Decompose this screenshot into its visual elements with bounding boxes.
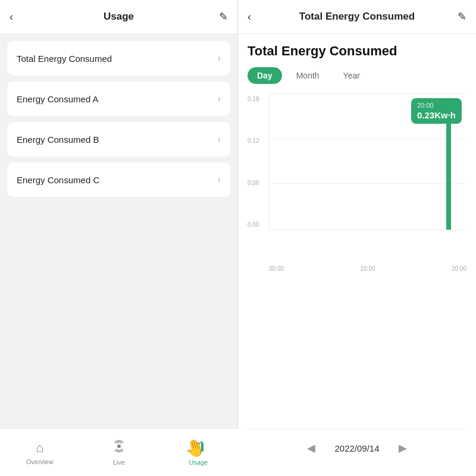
nav-item-usage[interactable]: Usage bbox=[159, 440, 238, 466]
date-next-button[interactable]: ▶ bbox=[394, 439, 412, 457]
grid-line-mid2 bbox=[270, 183, 466, 184]
grid-line-top bbox=[270, 93, 466, 94]
svg-rect-3 bbox=[201, 443, 203, 452]
svg-rect-1 bbox=[193, 448, 195, 452]
menu-item-c-label: Energy Consumed C bbox=[17, 175, 99, 185]
menu-item-a[interactable]: Energy Consumed A › bbox=[7, 82, 230, 116]
nav-label-usage: Usage bbox=[189, 459, 208, 466]
right-panel: ‹ Total Energy Consumed ✎ Total Energy C… bbox=[238, 0, 476, 476]
menu-list: Total Energy Consumed › Energy Consumed … bbox=[0, 34, 237, 204]
right-back-button[interactable]: ‹ bbox=[248, 11, 251, 23]
y-label-0.06: 0.06 bbox=[248, 180, 259, 186]
right-panel-title: Total Energy Consumed bbox=[299, 11, 415, 23]
tab-month[interactable]: Month bbox=[287, 67, 329, 84]
menu-item-total-label: Total Energy Consumed bbox=[17, 54, 112, 64]
left-header: ‹ Usage ✎ bbox=[0, 0, 237, 34]
y-label-0.18: 0.18 bbox=[248, 96, 259, 102]
nav-label-overview: Overview bbox=[26, 458, 54, 465]
menu-item-c[interactable]: Energy Consumed C › bbox=[7, 162, 230, 197]
chart-tooltip: 20:00 0.23Kw·h bbox=[411, 98, 462, 124]
right-content: Total Energy Consumed Day Month Year 0.1… bbox=[238, 34, 476, 476]
date-label: 2022/09/14 bbox=[334, 443, 379, 453]
left-edit-button[interactable]: ✎ bbox=[219, 10, 228, 23]
chart-container: 0.18 0.12 0.06 0.00 bbox=[248, 93, 466, 408]
live-icon bbox=[112, 440, 126, 456]
menu-item-a-label: Energy Consumed A bbox=[17, 94, 99, 104]
chart-plot: 20:00 0.23Kw·h bbox=[269, 93, 466, 230]
left-back-button[interactable]: ‹ bbox=[10, 11, 13, 23]
chart-bar bbox=[446, 106, 451, 230]
left-panel-title: Usage bbox=[104, 11, 134, 23]
x-label-20: 20:00 bbox=[452, 265, 466, 272]
y-label-0.00: 0.00 bbox=[248, 221, 259, 228]
menu-item-b[interactable]: Energy Consumed B › bbox=[7, 122, 230, 156]
y-axis: 0.18 0.12 0.06 0.00 bbox=[248, 93, 259, 230]
nav-item-live[interactable]: Live bbox=[79, 440, 158, 466]
left-panel: ‹ Usage ✎ Total Energy Consumed › Energy… bbox=[0, 0, 238, 476]
x-label-10: 10:00 bbox=[360, 265, 375, 272]
page-title: Total Energy Consumed bbox=[248, 43, 466, 59]
date-nav: ◀ 2022/09/14 ▶ bbox=[248, 429, 466, 466]
grid-line-mid1 bbox=[270, 139, 466, 139]
chevron-right-icon: › bbox=[218, 174, 221, 185]
nav-label-live: Live bbox=[113, 459, 125, 466]
tab-day[interactable]: Day bbox=[248, 67, 282, 84]
y-label-0.12: 0.12 bbox=[248, 137, 259, 144]
right-header: ‹ Total Energy Consumed ✎ bbox=[238, 0, 476, 34]
date-prev-button[interactable]: ◀ bbox=[302, 439, 320, 457]
chevron-right-icon: › bbox=[218, 134, 221, 145]
chart-area: 0.18 0.12 0.06 0.00 bbox=[248, 93, 466, 260]
tab-year[interactable]: Year bbox=[334, 67, 369, 84]
chevron-right-icon: › bbox=[218, 93, 221, 104]
tab-bar: Day Month Year bbox=[248, 67, 466, 84]
bottom-nav: ⌂ Overview Live bbox=[0, 428, 238, 476]
menu-item-b-label: Energy Consumed B bbox=[17, 134, 99, 145]
menu-item-total[interactable]: Total Energy Consumed › bbox=[7, 41, 230, 76]
chevron-right-icon: › bbox=[218, 53, 221, 64]
home-icon: ⌂ bbox=[36, 440, 43, 456]
right-edit-button[interactable]: ✎ bbox=[458, 10, 466, 23]
usage-icon bbox=[192, 440, 205, 456]
nav-item-overview[interactable]: ⌂ Overview bbox=[0, 440, 79, 465]
tooltip-time: 20:00 bbox=[417, 102, 456, 109]
x-axis: 00:00 10:00 20:00 bbox=[269, 265, 466, 272]
svg-point-0 bbox=[117, 444, 121, 448]
x-label-00: 00:00 bbox=[269, 265, 284, 272]
tooltip-value: 0.23Kw·h bbox=[417, 110, 456, 120]
svg-rect-2 bbox=[197, 445, 199, 452]
